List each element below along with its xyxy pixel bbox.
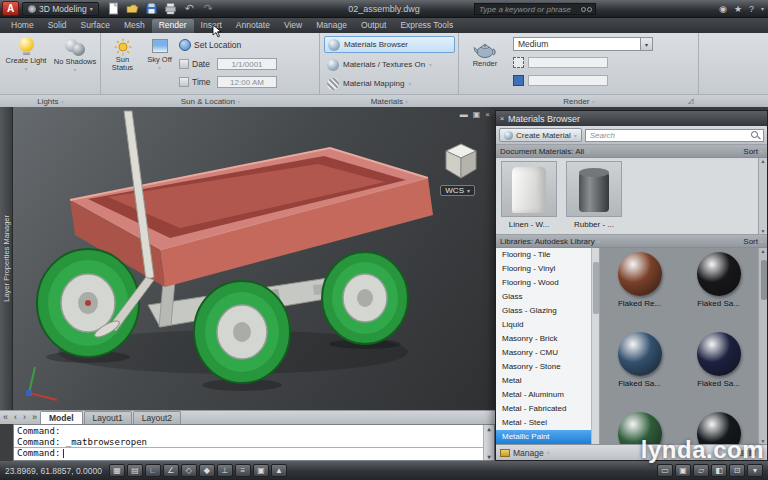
workspace-switcher[interactable]: 3D Modeling ▾ (22, 2, 99, 16)
material-mapping-button[interactable]: Material Mapping ▾ (324, 75, 455, 92)
redo-button[interactable]: ↷ (201, 2, 216, 16)
osnap-toggle[interactable]: ◇ (181, 464, 197, 477)
last-layout-button[interactable]: » (29, 411, 40, 424)
material-swatch[interactable]: Flaked Sa... (679, 252, 758, 332)
materials-panel-label[interactable]: Materials ▾ (320, 97, 459, 106)
restore-icon[interactable]: ▣ (473, 110, 481, 119)
layout-tab-layout1[interactable]: Layout1 (84, 411, 132, 424)
render-button[interactable]: Render (463, 35, 507, 68)
qp-toggle[interactable]: ▲ (271, 464, 287, 477)
tree-item-masonry-stone[interactable]: Masonry - Stone (496, 360, 591, 374)
set-location-button[interactable]: Set Location (179, 38, 241, 52)
sun-status-button[interactable]: Sun Status (105, 35, 140, 92)
dialog-launcher-icon[interactable]: ◿ (688, 97, 693, 105)
ribbon-tab-annotate[interactable]: Annotate (229, 19, 277, 33)
tree-item-flooring-wood[interactable]: Flooring - Wood (496, 276, 591, 290)
grid-toggle[interactable]: ▤ (127, 464, 143, 477)
new-file-button[interactable] (106, 2, 121, 16)
annotation-visibility-button[interactable]: ⊡ (729, 464, 745, 477)
minimize-icon[interactable]: ▬ (460, 110, 468, 119)
lwt-toggle[interactable]: ▣ (253, 464, 269, 477)
viewcube-icon[interactable] (446, 144, 476, 178)
otrack-toggle[interactable]: ◆ (199, 464, 215, 477)
scrollbar-thumb[interactable] (761, 260, 767, 300)
ribbon-tab-manage[interactable]: Manage (309, 19, 354, 33)
previous-layout-button[interactable]: ‹ (11, 411, 20, 424)
snap-toggle[interactable]: ▦ (109, 464, 125, 477)
layout-tab-model[interactable]: Model (40, 411, 83, 424)
save-button[interactable] (144, 2, 159, 16)
manage-label[interactable]: Manage (513, 448, 544, 458)
render-region-icon[interactable] (513, 57, 524, 68)
lights-panel-label[interactable]: Lights ▾ (0, 97, 101, 106)
layer-properties-manager-strip[interactable]: Layer Properties Manager (0, 107, 13, 410)
tree-item-metal[interactable]: Metal (496, 374, 591, 388)
tree-item-masonry-cmu[interactable]: Masonry - CMU (496, 346, 591, 360)
scrollbar-thumb[interactable] (593, 262, 599, 314)
render-quality-select[interactable]: Medium ▾ (513, 37, 653, 51)
document-sort-button[interactable]: Sort ▾ (743, 147, 763, 156)
ducs-toggle[interactable]: ⊥ (217, 464, 233, 477)
open-button[interactable] (125, 2, 140, 16)
libraries-header[interactable]: Libraries: Autodesk Library ▾ Sort ▾ (496, 235, 767, 248)
swatch-scrollbar[interactable]: ▲ ▼ (758, 248, 767, 444)
tree-item-glass-glazing[interactable]: Glass - Glazing (496, 304, 591, 318)
create-light-button[interactable]: Create Light ▾ (3, 35, 49, 73)
first-layout-button[interactable]: « (0, 411, 11, 424)
ribbon-tab-mesh[interactable]: Mesh (117, 19, 152, 33)
command-scrollbar[interactable]: ▲ ▼ (483, 425, 494, 460)
date-field[interactable]: 1/1/0001 (217, 58, 277, 70)
material-swatch[interactable]: Flaked Sa... (600, 332, 679, 412)
viewcube-wcs-button[interactable]: WCS ▾ (440, 185, 475, 196)
sky-off-button[interactable]: Sky Off ▾ (142, 35, 177, 92)
close-icon[interactable]: × (496, 114, 508, 123)
quick-view-layouts-button[interactable]: ▣ (675, 464, 691, 477)
model-space-button[interactable]: ▭ (657, 464, 673, 477)
ribbon-tab-surface[interactable]: Surface (74, 19, 117, 33)
material-thumbnail-rubber[interactable] (566, 161, 622, 217)
document-scrollbar[interactable]: ▲ ▼ (758, 158, 767, 234)
ortho-toggle[interactable]: ∟ (145, 464, 161, 477)
tree-item-masonry-brick[interactable]: Masonry - Brick (496, 332, 591, 346)
time-field[interactable]: 12:00 AM (217, 76, 277, 88)
library-sort-button[interactable]: Sort ▾ (743, 237, 763, 246)
communication-center-icon[interactable]: ◉ (719, 2, 727, 16)
annotation-scale-button[interactable]: ◧ (711, 464, 727, 477)
command-window[interactable]: Command:Command: _matbrowseropen Command… (13, 424, 495, 461)
scroll-down-icon[interactable]: ▼ (487, 453, 491, 460)
palette-titlebar[interactable]: × Materials Browser (496, 111, 767, 126)
polar-toggle[interactable]: ∠ (163, 464, 179, 477)
tree-item-flooring-vinyl[interactable]: Flooring - Vinyl (496, 262, 591, 276)
create-material-button[interactable]: Create Material ▾ (499, 128, 582, 142)
tree-item-metal-aluminum[interactable]: Metal - Aluminum (496, 388, 591, 402)
render-panel-label[interactable]: Render ▾ (459, 97, 699, 106)
document-materials-header[interactable]: Document Materials: All ▾ Sort ▾ (496, 145, 767, 158)
render-save-icon[interactable] (513, 75, 524, 86)
material-thumbnail-linen[interactable] (501, 161, 557, 217)
ribbon-tab-home[interactable]: Home (4, 19, 41, 33)
tree-item-metal-fabricated[interactable]: Metal - Fabricated (496, 402, 591, 416)
next-layout-button[interactable]: › (20, 411, 29, 424)
ribbon-tab-view[interactable]: View (277, 19, 309, 33)
render-output-file-field[interactable] (528, 75, 608, 86)
ribbon-tab-solid[interactable]: Solid (41, 19, 74, 33)
material-search-input[interactable]: Search (585, 129, 764, 142)
command-input[interactable]: Command: (14, 448, 494, 459)
infocenter-search[interactable]: Type a keyword or phrase (474, 3, 596, 15)
tree-item-liquid[interactable]: Liquid (496, 318, 591, 332)
application-menu-button[interactable]: A (2, 1, 19, 16)
undo-button[interactable]: ↶ (182, 2, 197, 16)
ribbon-tab-render[interactable]: Render (152, 19, 194, 33)
scroll-up-icon[interactable]: ▲ (761, 248, 766, 254)
material-swatch[interactable]: Flaked Sa... (679, 332, 758, 412)
ribbon-tab-output[interactable]: Output (354, 19, 394, 33)
drawing-viewport[interactable]: ▬ ▣ × WCS ▾ (13, 107, 495, 410)
tree-item-glass[interactable]: Glass (496, 290, 591, 304)
tree-item-metal-steel[interactable]: Metal - Steel (496, 416, 591, 430)
scroll-up-icon[interactable]: ▲ (487, 425, 491, 432)
dyn-toggle[interactable]: ≡ (235, 464, 251, 477)
tree-item-metallic-paint[interactable]: Metallic Paint (496, 430, 591, 444)
materials-browser-button[interactable]: Materials Browser (324, 36, 455, 53)
materials-textures-button[interactable]: Materials / Textures On ▾ (324, 56, 455, 73)
plot-button[interactable] (163, 2, 178, 16)
